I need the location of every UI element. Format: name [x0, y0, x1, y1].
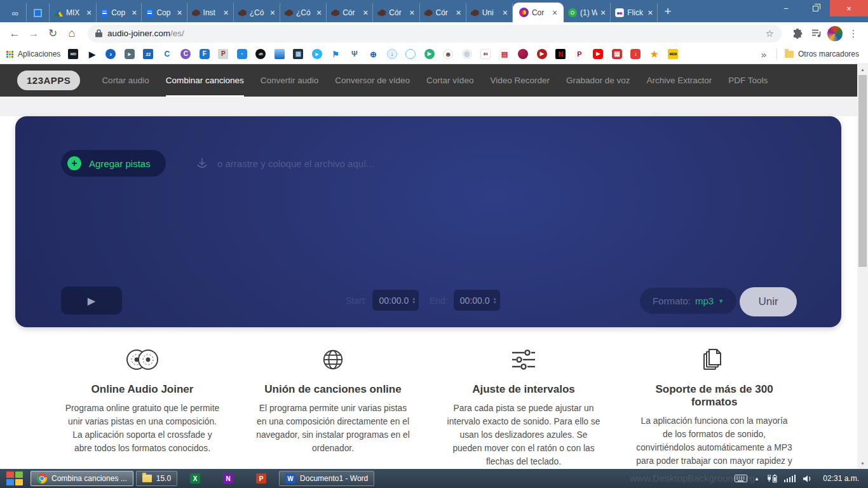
pinterest-icon[interactable]: P: [574, 49, 585, 59]
tab-close-icon[interactable]: ×: [552, 8, 557, 17]
join-button[interactable]: Unir: [740, 287, 797, 316]
browser-tab[interactable]: ¿Có×: [280, 3, 327, 22]
browser-tab[interactable]: Cór×: [327, 3, 373, 22]
taskbar-button-folder[interactable]: 15.0: [136, 471, 177, 486]
nav-item-convertir-audio[interactable]: Convertir audio: [261, 64, 319, 97]
netflix-icon[interactable]: N: [555, 49, 566, 59]
film-frame-icon[interactable]: ▦: [293, 49, 303, 59]
add-tracks-button[interactable]: + Agregar pistas: [61, 150, 166, 177]
red-bag-icon[interactable]: ▤: [612, 49, 622, 59]
restore-button[interactable]: [801, 0, 830, 17]
download-circle-icon[interactable]: ↓: [387, 49, 397, 59]
film-icon[interactable]: 22: [143, 49, 153, 59]
browser-tab[interactable]: Cór×: [420, 3, 466, 22]
tab-close-icon[interactable]: ×: [648, 8, 653, 17]
green-play-icon[interactable]: ▶: [424, 49, 435, 59]
home-button[interactable]: ⌂: [64, 25, 80, 42]
nav-item-pdf-tools[interactable]: PDF Tools: [728, 64, 768, 97]
network-signal-icon[interactable]: [784, 475, 796, 482]
scroll-down-icon[interactable]: ▼: [857, 458, 868, 469]
tab-close-icon[interactable]: ×: [409, 8, 414, 17]
tab-close-icon[interactable]: ×: [224, 8, 229, 17]
taskbar-button-onenote[interactable]: N: [213, 471, 243, 486]
nav-item-archive-extractor[interactable]: Archive Extractor: [647, 64, 712, 97]
gray-circle-icon[interactable]: ◎: [462, 49, 472, 59]
end-time-input[interactable]: 00:00.0 ▲▼: [454, 290, 500, 311]
browser-tab[interactable]: ¿Có×: [234, 3, 280, 22]
c-purple-icon[interactable]: C: [180, 49, 191, 59]
tab-close-icon[interactable]: ×: [456, 8, 461, 17]
ppt-bookmark-icon[interactable]: P: [218, 49, 228, 59]
spin-down-icon[interactable]: ▼: [492, 301, 496, 304]
taskbar-button-word[interactable]: WDocumento1 - Word: [279, 471, 374, 486]
forward-button[interactable]: →: [25, 25, 42, 42]
volume-icon[interactable]: [803, 475, 812, 483]
tripod-icon[interactable]: Ψ: [349, 49, 360, 59]
star-bookmark-icon[interactable]: ★: [649, 49, 660, 59]
red-book-icon[interactable]: ▤: [499, 49, 510, 59]
start-time-input[interactable]: 00:00.0 ▲▼: [372, 290, 419, 311]
f-blue-icon[interactable]: F: [200, 49, 210, 59]
youtube-icon[interactable]: ▶: [593, 49, 603, 59]
new-tab-button[interactable]: +: [664, 4, 671, 18]
stripes-icon[interactable]: [275, 49, 285, 59]
scatter-blue-icon[interactable]: ▪: [237, 49, 247, 59]
keyboard-icon[interactable]: [735, 475, 747, 482]
format-selector[interactable]: Formato: mp3 ▼: [640, 288, 736, 314]
browser-tab[interactable]: (1) W×: [564, 3, 611, 22]
nav-item-grabador-de-voz[interactable]: Grabador de voz: [566, 64, 630, 97]
site-logo[interactable]: 123APPS: [17, 71, 80, 90]
start-spinner[interactable]: ▲▼: [412, 297, 416, 304]
music-list-extension-icon[interactable]: [808, 25, 825, 42]
telegram-icon[interactable]: ▸: [312, 49, 322, 59]
scroll-up-icon[interactable]: ▲: [857, 64, 868, 75]
reload-button[interactable]: ↻: [44, 25, 61, 42]
browser-tab[interactable]: Cor×: [513, 3, 564, 22]
browser-tab[interactable]: Flick×: [611, 3, 658, 22]
tab-close-icon[interactable]: ×: [270, 8, 275, 17]
red-play-icon[interactable]: ▶: [537, 49, 547, 59]
browser-tab[interactable]: Cop×: [142, 3, 187, 22]
tab-close-icon[interactable]: ×: [177, 8, 182, 17]
scrollbar-thumb[interactable]: [858, 75, 867, 267]
bookmark-star-icon[interactable]: ☆: [766, 28, 774, 39]
taskbar-button-excel[interactable]: X: [180, 471, 210, 486]
berry-icon[interactable]: [518, 49, 528, 59]
tab-close-icon[interactable]: ×: [363, 8, 368, 17]
start-button[interactable]: [6, 471, 23, 485]
taskbar-clock[interactable]: 02:31 a.m.: [823, 474, 859, 483]
nav-item-combinar-canciones[interactable]: Combinar canciones: [166, 64, 244, 97]
browser-tab[interactable]: [27, 3, 50, 22]
minimize-button[interactable]: −: [771, 0, 801, 17]
apps-shortcut[interactable]: Aplicaciones: [6, 50, 60, 58]
browser-tab[interactable]: ∞: [4, 3, 27, 22]
camera-icon[interactable]: ▸: [125, 49, 135, 59]
other-bookmarks-folder[interactable]: Otros marcadores: [785, 50, 862, 58]
browser-tab[interactable]: Uni×: [466, 3, 513, 22]
browser-tab[interactable]: MIX×: [50, 3, 97, 22]
profile-avatar[interactable]: [827, 26, 843, 41]
play-bookmark-icon[interactable]: ▶: [87, 49, 97, 59]
nav-item-video-recorder[interactable]: Video Recorder: [490, 64, 550, 97]
close-window-button[interactable]: ×: [830, 0, 868, 17]
c-blue-icon[interactable]: C: [162, 49, 172, 59]
globe-bookmark-icon[interactable]: ⊕: [368, 49, 378, 59]
bookmarks-overflow-icon[interactable]: »: [759, 49, 769, 60]
dft-icon[interactable]: dft: [255, 49, 266, 59]
browser-tab[interactable]: Cór×: [373, 3, 419, 22]
spin-down-icon[interactable]: ▼: [412, 301, 416, 304]
ring-icon[interactable]: [405, 49, 416, 59]
tab-close-icon[interactable]: ×: [503, 8, 508, 17]
blue-arrow-icon[interactable]: ›: [105, 49, 116, 59]
end-spinner[interactable]: ▲▼: [492, 297, 496, 304]
stamp-icon[interactable]: 84: [480, 49, 491, 59]
taskbar-button-ppt[interactable]: P: [246, 471, 276, 486]
tab-close-icon[interactable]: ×: [316, 8, 322, 17]
md-icon[interactable]: MD: [68, 49, 78, 59]
browser-menu-icon[interactable]: ⋮: [845, 25, 862, 42]
page-scrollbar[interactable]: ▲ ▼: [857, 64, 868, 469]
back-button[interactable]: ←: [6, 25, 23, 42]
extensions-puzzle-icon[interactable]: [789, 25, 806, 42]
browser-tab[interactable]: Inst×: [187, 3, 234, 22]
nav-item-cortar-audio[interactable]: Cortar audio: [102, 64, 149, 97]
